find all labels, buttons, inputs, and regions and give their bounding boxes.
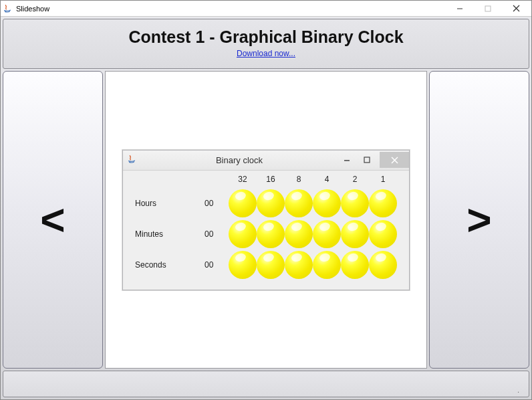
row-value: 00: [202, 199, 229, 208]
window-controls: [446, 1, 530, 16]
next-button[interactable]: >: [429, 71, 529, 369]
bulb-icon: [313, 220, 341, 248]
titlebar: Slideshow: [1, 1, 531, 17]
bulb-icon: [369, 251, 397, 279]
svg-rect-1: [485, 6, 491, 11]
java-icon: [2, 3, 13, 14]
inner-maximize-button[interactable]: [357, 153, 377, 167]
col-header: 2: [341, 175, 369, 184]
close-button[interactable]: [502, 1, 530, 16]
content-area: Contest 1 - Graphical Binary Clock Downl…: [1, 17, 531, 399]
inner-window: Binary clock: [122, 150, 410, 290]
chevron-left-icon: <: [40, 195, 65, 245]
bulb-icon: [285, 189, 313, 217]
download-link[interactable]: Download now...: [237, 49, 295, 58]
footer-panel: .: [3, 371, 529, 397]
outer-window: Slideshow Contest 1 - Graphical Binary C…: [0, 0, 532, 400]
page-title: Contest 1 - Graphical Binary Clock: [10, 27, 522, 47]
clock-body: 32 16 8 4 2 1 Hours 00: [123, 171, 409, 290]
bulb-icon: [369, 189, 397, 217]
row-value: 00: [202, 229, 229, 239]
column-headers-row: 32 16 8 4 2 1: [135, 175, 397, 184]
col-header: 16: [257, 175, 285, 184]
bulb-icon: [369, 220, 397, 248]
bulb-icon: [229, 220, 257, 248]
row-label: Hours: [135, 199, 202, 208]
bulb-icon: [313, 251, 341, 279]
svg-rect-5: [364, 157, 370, 163]
window-title: Slideshow: [16, 5, 446, 13]
row-label: Seconds: [135, 260, 202, 270]
bulb-icon: [229, 189, 257, 217]
col-header: 1: [369, 175, 397, 184]
prev-button[interactable]: <: [3, 71, 103, 369]
bulb-icon: [257, 220, 285, 248]
col-header: 8: [285, 175, 313, 184]
bulb-icon: [257, 189, 285, 217]
clock-row-minutes: Minutes 00: [135, 219, 397, 249]
row-label: Minutes: [135, 229, 202, 239]
clock-row-seconds: Seconds 00: [135, 249, 397, 280]
bulb-icon: [341, 220, 369, 248]
inner-window-controls: [337, 152, 409, 168]
clock-row-hours: Hours 00: [135, 188, 397, 219]
chevron-right-icon: >: [467, 195, 491, 245]
col-header: 4: [313, 175, 341, 184]
inner-minimize-button[interactable]: [337, 153, 357, 167]
header-panel: Contest 1 - Graphical Binary Clock Downl…: [3, 19, 529, 69]
inner-window-title: Binary clock: [142, 155, 337, 165]
bulb-icon: [229, 251, 257, 279]
row-value: 00: [202, 260, 229, 270]
inner-titlebar: Binary clock: [123, 151, 409, 171]
java-icon: [127, 155, 138, 165]
col-header: 32: [229, 175, 257, 184]
maximize-button[interactable]: [474, 1, 502, 16]
footer-text: .: [517, 387, 519, 394]
bulb-icon: [341, 251, 369, 279]
bulb-icon: [285, 251, 313, 279]
bulb-icon: [257, 251, 285, 279]
minimize-button[interactable]: [446, 1, 474, 16]
bulb-icon: [285, 220, 313, 248]
bulb-icon: [313, 189, 341, 217]
mid-row: < Binary clock: [3, 71, 529, 369]
bulb-icon: [341, 189, 369, 217]
slide-viewport: Binary clock: [105, 71, 427, 369]
inner-close-button[interactable]: [380, 152, 409, 168]
